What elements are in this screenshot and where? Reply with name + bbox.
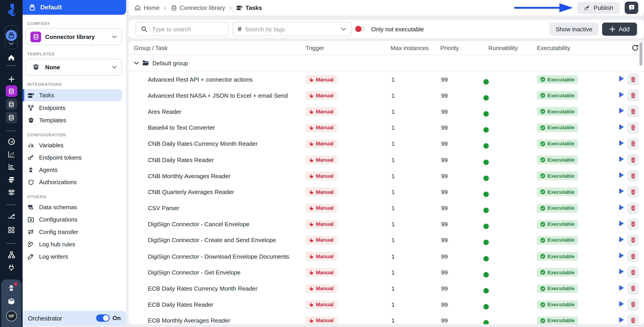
- table-row[interactable]: CSV Parser Manual 1 99 Executable: [128, 200, 644, 216]
- workspace-header[interactable]: Default: [22, 0, 126, 15]
- task-name[interactable]: Advanced Rest NASA + JSON to Excel + ema…: [134, 92, 306, 99]
- run-task-button[interactable]: [619, 269, 624, 276]
- home-icon[interactable]: [0, 52, 22, 63]
- table-row[interactable]: ECB Daily Rates Currency Month Reader Ma…: [128, 281, 644, 297]
- table-row[interactable]: ECB Monthly Averages Reader Manual 1 99 …: [128, 313, 644, 324]
- column-group-task[interactable]: Group / Task: [134, 44, 306, 51]
- run-task-button[interactable]: [619, 76, 624, 83]
- add-icon[interactable]: [0, 73, 22, 85]
- table-row[interactable]: Ares Reader Manual 1 99 Executable: [128, 103, 644, 120]
- run-task-button[interactable]: [619, 124, 624, 131]
- sidebar-item-log-hub-rules[interactable]: Log hub rules: [22, 239, 122, 250]
- sidebar-item-log-writers[interactable]: Log writers: [22, 251, 122, 262]
- group-row-default-group[interactable]: Default group: [128, 55, 644, 71]
- table-row[interactable]: Advanced Rest API + connector actions Ma…: [128, 71, 644, 87]
- column-trigger[interactable]: Trigger: [306, 44, 390, 51]
- orchestrator-toggle[interactable]: [96, 314, 110, 322]
- delete-task-button[interactable]: [628, 90, 639, 101]
- column-priority[interactable]: Priority: [440, 44, 488, 51]
- run-task-button[interactable]: [619, 173, 624, 179]
- tags-select[interactable]: # Search by tags: [232, 22, 352, 36]
- column-executability[interactable]: Executability: [537, 44, 610, 51]
- agents-status-icon[interactable]: [7, 284, 16, 292]
- templates-select[interactable]: None: [26, 59, 122, 75]
- apps-grid-icon[interactable]: [0, 224, 22, 236]
- delete-task-button[interactable]: [628, 202, 639, 214]
- delete-task-button[interactable]: [628, 234, 639, 246]
- plug-icon[interactable]: [0, 262, 22, 273]
- sliders-icon[interactable]: [0, 187, 22, 198]
- split-flow-icon[interactable]: [0, 211, 22, 222]
- bar-chart-icon[interactable]: [0, 161, 22, 173]
- frends-logo-icon[interactable]: [4, 2, 20, 18]
- run-task-button[interactable]: [619, 205, 624, 211]
- table-row[interactable]: Advanced Rest NASA + JSON to Excel + ema…: [128, 87, 644, 103]
- vertical-scrollbar[interactable]: [640, 42, 642, 66]
- delete-task-button[interactable]: [628, 122, 639, 134]
- search-input[interactable]: [151, 25, 224, 33]
- run-task-button[interactable]: [619, 108, 624, 115]
- task-name[interactable]: DigiSign Connector - Cancel Envelope: [134, 221, 306, 227]
- company-select[interactable]: Connector library: [26, 28, 122, 45]
- environment-switcher[interactable]: [5, 25, 18, 49]
- table-row[interactable]: DigiSign Connector - Get Envelope Manual…: [128, 264, 644, 281]
- table-row[interactable]: CNB Daily Rates Reader Manual 1 99 Execu…: [128, 152, 644, 168]
- delete-task-button[interactable]: [628, 250, 639, 262]
- sidebar-item-endpoint-tokens[interactable]: Endpoint tokens: [22, 152, 122, 163]
- task-name[interactable]: CNB Monthly Averages Reader: [134, 173, 306, 179]
- help-button[interactable]: ?: [625, 1, 638, 14]
- add-button[interactable]: Add: [602, 22, 637, 35]
- task-name[interactable]: DigiSign Connector - Download Envelope D…: [134, 253, 306, 260]
- delete-task-button[interactable]: [628, 170, 639, 182]
- delete-task-button[interactable]: [628, 138, 639, 150]
- library-2-icon[interactable]: [0, 99, 22, 110]
- run-task-button[interactable]: [619, 92, 624, 99]
- delete-task-button[interactable]: [628, 267, 639, 278]
- task-name[interactable]: Ares Reader: [134, 108, 306, 115]
- table-row[interactable]: Base64 to Text Converter Manual 1 99 Exe…: [128, 120, 644, 136]
- delete-task-button[interactable]: [628, 218, 639, 230]
- task-name[interactable]: CNB Daily Rates Currency Month Reader: [134, 141, 306, 147]
- task-name[interactable]: ECB Daily Rates Currency Month Reader: [134, 285, 306, 292]
- publish-button[interactable]: Publish: [577, 2, 620, 14]
- run-task-button[interactable]: [619, 301, 624, 308]
- delete-task-button[interactable]: [628, 186, 639, 198]
- table-row[interactable]: DigiSign Connector - Create and Send Env…: [128, 232, 644, 248]
- table-row[interactable]: DigiSign Connector - Cancel Envelope Man…: [128, 216, 644, 232]
- column-runnability[interactable]: Runnability: [488, 44, 537, 51]
- sidebar-item-agents[interactable]: Agents: [22, 164, 122, 175]
- package-box-icon[interactable]: [7, 297, 16, 306]
- only-not-executable-toggle[interactable]: [355, 26, 365, 32]
- table-row[interactable]: CNB Quarterly Averages Reader Manual 1 9…: [128, 184, 644, 200]
- sidebar-item-config-transfer[interactable]: Config transfer: [22, 226, 122, 238]
- table-row[interactable]: ECB Daily Rates Reader Manual 1 99 Execu…: [128, 297, 644, 313]
- delete-task-button[interactable]: [628, 154, 639, 166]
- refresh-icon[interactable]: [632, 44, 639, 51]
- run-task-button[interactable]: [619, 156, 624, 163]
- sidebar-item-authorizations[interactable]: Authorizations: [22, 177, 122, 188]
- column-max-instances[interactable]: Max instances: [390, 44, 440, 51]
- run-task-button[interactable]: [619, 221, 624, 228]
- dashboard-gauge-icon[interactable]: [0, 136, 22, 147]
- run-task-button[interactable]: [619, 285, 624, 292]
- sidebar-item-configurations[interactable]: Configurations: [22, 214, 122, 225]
- delete-task-button[interactable]: [628, 106, 639, 118]
- sidebar-item-variables[interactable]: √x Variables: [22, 139, 122, 151]
- sidebar-item-templates[interactable]: Templates: [22, 114, 122, 126]
- sidebar-item-data-schemas[interactable]: Data schemas: [22, 202, 122, 213]
- sitemap-icon[interactable]: [0, 249, 22, 261]
- task-name[interactable]: ECB Monthly Averages Reader: [134, 318, 306, 324]
- task-name[interactable]: Base64 to Text Converter: [134, 124, 306, 131]
- task-name[interactable]: CSV Parser: [134, 205, 306, 211]
- delete-task-button[interactable]: [628, 315, 639, 324]
- table-row[interactable]: DigiSign Connector - Download Envelope D…: [128, 248, 644, 264]
- table-row[interactable]: CNB Monthly Averages Reader Manual 1 99 …: [128, 168, 644, 184]
- delete-task-button[interactable]: [628, 299, 639, 311]
- process-list-icon[interactable]: [0, 174, 22, 186]
- task-name[interactable]: Advanced Rest API + connector actions: [134, 76, 306, 83]
- run-task-button[interactable]: [619, 237, 624, 244]
- run-task-button[interactable]: [619, 317, 624, 324]
- run-task-button[interactable]: [619, 140, 624, 147]
- task-name[interactable]: DigiSign Connector - Create and Send Env…: [134, 237, 306, 243]
- task-name[interactable]: DigiSign Connector - Get Envelope: [134, 269, 306, 276]
